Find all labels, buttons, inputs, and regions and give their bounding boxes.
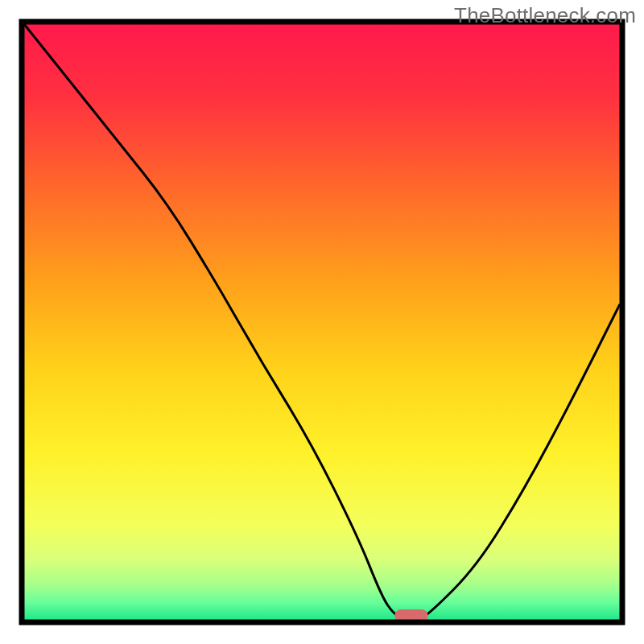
- chart-canvas: [0, 0, 644, 644]
- bottleneck-chart: TheBottleneck.com: [0, 0, 644, 644]
- watermark-text: TheBottleneck.com: [454, 3, 636, 28]
- plot-background: [24, 24, 620, 620]
